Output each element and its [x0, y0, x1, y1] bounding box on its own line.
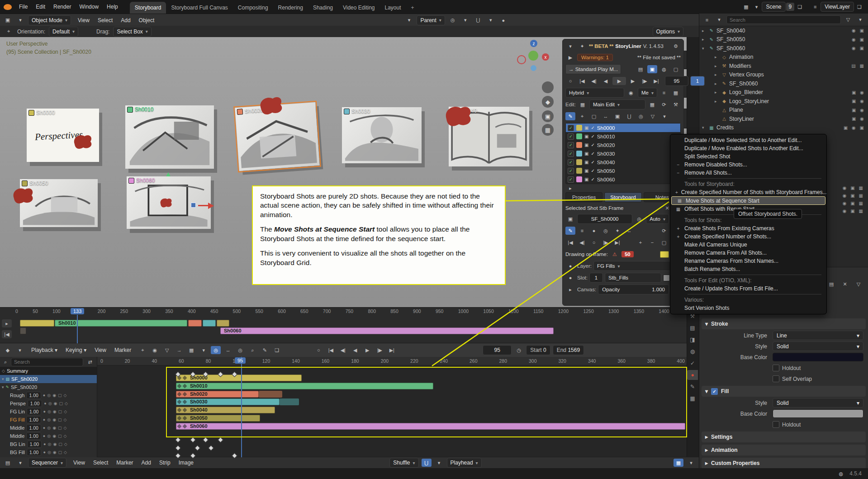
storyliner-tab[interactable]: Properties — [565, 192, 602, 202]
outliner-row[interactable]: ▸ ✎ SF_Sh0040 ◉ ▣ — [699, 26, 868, 35]
slot-list-icon[interactable]: ▤ — [826, 280, 836, 288]
warnings-expand-icon[interactable]: ▶ — [565, 53, 575, 62]
layer-channel[interactable]: Middle 1.00 ● ◎ ◉ ▢ ◇ — [0, 432, 97, 440]
context-menu-item[interactable]: + Create Specified Number of Shots... — [670, 232, 826, 241]
shot-enabled-checkbox[interactable]: ✓ — [568, 168, 574, 174]
toggle-ortho-icon[interactable]: ▦ — [542, 124, 554, 136]
storyboard-thumbnail[interactable]: Sh0040 — [449, 107, 529, 166]
nav-gizmo-z-axis[interactable]: z — [530, 40, 537, 47]
keyframe-diamond[interactable] — [175, 445, 181, 451]
expand-icon[interactable]: ▸ — [702, 37, 707, 42]
stack-icon[interactable]: ▦ — [671, 89, 681, 97]
refresh-icon[interactable]: ⟳ — [659, 100, 669, 109]
summary-channel[interactable]: ◇ Summary — [0, 367, 97, 375]
context-menu-item[interactable]: Batch Rename Shots... — [670, 265, 826, 273]
shot-strip[interactable]: Sh0060 — [176, 423, 685, 430]
context-menu-item[interactable] — [670, 293, 826, 296]
drag-dropdown[interactable]: Select Box▾ — [113, 27, 151, 37]
storyliner-tab[interactable]: Storyboard — [604, 192, 641, 202]
properties-tab-icon[interactable]: ◍ — [687, 346, 698, 356]
sequencer-menu-item[interactable]: Select — [89, 458, 112, 468]
sequence-strip[interactable] — [217, 320, 229, 327]
timeline-option-icon[interactable]: ▸ — [2, 319, 12, 327]
expand-icon[interactable]: ▾ — [702, 46, 707, 51]
lock-icon[interactable]: ◇ — [65, 401, 68, 406]
layer-opacity-value[interactable]: 1.00 — [27, 449, 41, 456]
sound-icon[interactable]: ◍ — [659, 65, 669, 73]
star-icon[interactable]: ✦ — [612, 227, 622, 235]
mask-icon[interactable]: ◎ — [47, 417, 51, 422]
context-menu-item[interactable]: Various: — [670, 296, 826, 304]
snap-chevron-icon[interactable]: ▾ — [486, 16, 496, 24]
viewport-menu-item[interactable]: View — [74, 15, 94, 25]
jump-end-icon[interactable]: ▶| — [651, 77, 661, 85]
keyframe-diamond[interactable] — [175, 437, 181, 443]
storyboard-thumbnail[interactable]: Sh0050 — [20, 179, 98, 227]
transform-pivot-icon[interactable]: ◎ — [448, 16, 458, 24]
shot-camera-icon[interactable]: ▣ — [584, 142, 588, 147]
visibility-icons[interactable]: ▣ ◉ ▣ — [844, 125, 865, 130]
use-lights-icon[interactable]: ▢ — [58, 426, 62, 430]
properties-tab-icon[interactable]: ● — [687, 370, 698, 380]
visibility-icons[interactable]: ◉ ▣ — [852, 46, 865, 51]
properties-tab-icon[interactable]: ▦ — [687, 394, 698, 403]
use-lights-icon[interactable]: ▢ — [58, 417, 62, 422]
shot-camera-icon[interactable]: ▣ — [584, 151, 588, 156]
snap-chevron-icon[interactable]: ▾ — [434, 459, 444, 467]
context-menu-item[interactable] — [670, 177, 826, 180]
properties-tab-icon[interactable]: ✎ — [687, 382, 698, 392]
filter-tool-icon[interactable]: ▽ — [648, 112, 658, 120]
shot-strip[interactable]: Sh0010 — [176, 383, 433, 389]
camera-tool-icon[interactable]: ▣ — [612, 112, 622, 120]
outliner-row[interactable]: △ Plane ▣ ◉ — [699, 106, 868, 115]
line-type-dropdown[interactable]: Line▾ — [773, 331, 863, 340]
custom-properties-section-header[interactable]: ▸Custom Properties — [702, 458, 866, 469]
strip-channel[interactable]: ▾ ▤ SF_Sh0020 — [0, 375, 97, 383]
context-menu-item[interactable]: Split Selected Shot — [670, 152, 826, 161]
material-slot-icons[interactable]: ▤ ✕ ▽ — [826, 280, 863, 288]
prev-keyframe-icon[interactable]: ◀| — [589, 77, 599, 85]
editor-type-icon[interactable]: ▣ — [3, 16, 13, 24]
lock-icon[interactable]: ◇ — [64, 409, 67, 414]
workspace-tab[interactable]: Compositing — [233, 2, 273, 14]
display-mode-icon[interactable]: ▦ — [674, 459, 683, 467]
new-viewlayer-icon[interactable]: ❏ — [854, 3, 864, 11]
context-menu-item[interactable]: + Create Specified Number of Shots with … — [670, 188, 826, 196]
stroke-section-header[interactable]: ▾ Stroke — [702, 318, 866, 329]
outliner-row[interactable]: ▸ ◆ Logo_Blender ▣ ◉ — [699, 88, 868, 97]
outliner-options-chevron-icon[interactable]: ▾ — [855, 16, 865, 24]
shot-row[interactable]: ✓ ▣ ✓ Sh0030 — [566, 149, 680, 158]
tools-icon[interactable]: ⚒ — [671, 100, 681, 109]
move-gizmo-handle[interactable] — [191, 203, 196, 208]
outliner-row[interactable]: ▸ ✎ SF_Sh0050 ◉ ▣ — [699, 35, 868, 44]
sequence-strip[interactable]: Sh0060 — [220, 327, 554, 334]
play-icon[interactable]: ▶ — [612, 77, 626, 85]
remove-frame-icon[interactable]: − — [647, 238, 657, 247]
workspace-tab[interactable]: Shading — [308, 2, 338, 14]
scene-name-field[interactable]: Scene — [762, 2, 785, 12]
editor-type-icon[interactable]: ▤ — [3, 459, 13, 467]
edit-grid-icon[interactable]: ▦ — [578, 100, 588, 109]
shot-row[interactable]: ✓ ▣ ✓ Sh0050 — [566, 166, 680, 175]
move-gizmo-x-arrow[interactable] — [198, 205, 212, 206]
play-mode-dropdown[interactable]: Hybrid▾ — [565, 88, 624, 98]
layer-opacity-value[interactable]: 1.00 — [27, 441, 42, 448]
blender-logo-icon[interactable] — [4, 4, 12, 10]
me-dropdown[interactable]: Me▾ — [638, 88, 657, 98]
orientation-dropdown[interactable]: Default▾ — [49, 27, 78, 37]
dot-icon[interactable]: ● — [43, 393, 45, 398]
visibility-icon[interactable]: ◉ — [53, 442, 57, 446]
pan-hand-icon[interactable]: ◆ — [542, 96, 554, 108]
mask-icon[interactable]: ◎ — [47, 434, 51, 438]
outliner-search-input[interactable] — [726, 15, 841, 24]
nav-gizmo-y-axis[interactable] — [528, 51, 538, 61]
visibility-icon[interactable]: ◉ — [53, 450, 57, 455]
menu-item[interactable]: Help — [103, 2, 122, 12]
more-tools-icon[interactable]: ▾ — [659, 112, 669, 120]
menu-item[interactable]: File — [15, 2, 32, 12]
lock-icon[interactable]: ◇ — [64, 434, 67, 438]
layer-opacity-value[interactable]: 1.00 — [27, 408, 41, 415]
sequencer-menu-item[interactable]: Marker — [112, 458, 137, 468]
nav-gizmo-x-axis[interactable]: x — [542, 53, 549, 61]
list-icon[interactable]: ≡ — [659, 89, 669, 97]
